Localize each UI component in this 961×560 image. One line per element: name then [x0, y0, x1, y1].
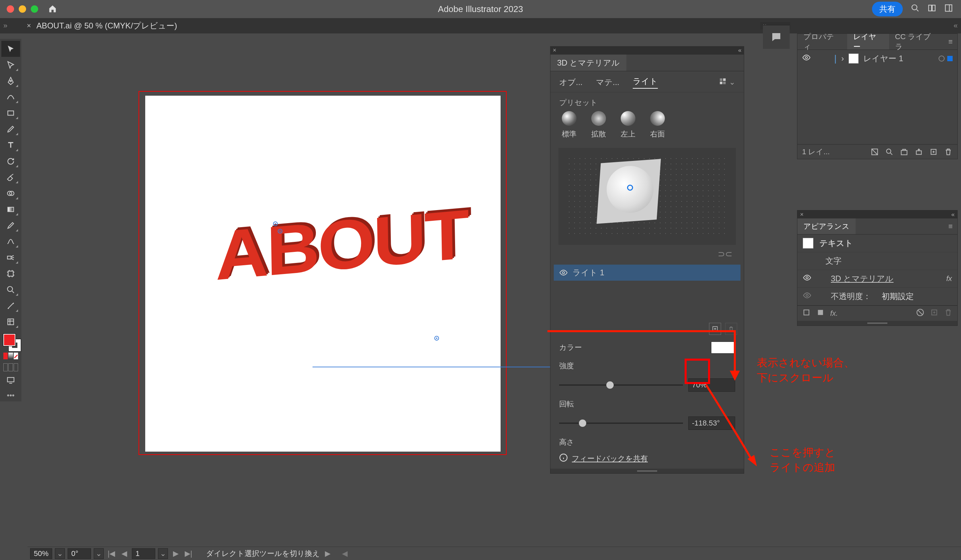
subtab-object[interactable]: オブ...	[559, 77, 583, 88]
color-mode-switcher[interactable]	[2, 353, 20, 361]
add-stroke-icon[interactable]	[802, 308, 811, 319]
curvature-tool[interactable]	[2, 89, 20, 105]
panel-resize-handle[interactable]	[797, 321, 957, 326]
slice-tool[interactable]	[2, 314, 20, 330]
panel-menu-icon[interactable]: ≡	[943, 222, 957, 231]
panel-close-icon[interactable]: ×	[800, 211, 804, 218]
add-fill-icon[interactable]	[816, 308, 825, 319]
collapse-right-icon[interactable]: «	[954, 21, 958, 30]
layer-name[interactable]: レイヤー 1	[863, 53, 903, 64]
home-icon[interactable]	[48, 3, 57, 16]
appearance-row-char[interactable]: 文字	[797, 252, 957, 270]
delete-layer-icon[interactable]	[944, 148, 953, 156]
edit-toolbar-button[interactable]: •••	[2, 389, 20, 401]
rotation-slider[interactable]	[559, 422, 683, 424]
comments-panel-icon[interactable]	[763, 25, 790, 49]
delete-item-icon[interactable]	[944, 308, 953, 319]
locate-object-icon[interactable]	[870, 148, 879, 156]
target-icon[interactable]	[939, 56, 945, 61]
screen-mode-button[interactable]	[2, 373, 20, 387]
visibility-eye-icon[interactable]	[803, 291, 812, 302]
rotate-view-input[interactable]: 0°	[67, 548, 91, 559]
share-button[interactable]: 共有	[872, 2, 903, 16]
preset-right[interactable]: 右面	[650, 111, 665, 139]
tab-layers[interactable]: レイヤー	[847, 34, 889, 50]
find-layer-icon[interactable]	[885, 148, 894, 156]
search-icon[interactable]	[911, 4, 919, 14]
artboard-tool[interactable]	[2, 266, 20, 282]
selection-indicator-icon[interactable]	[947, 56, 953, 61]
document-tab[interactable]: × ABOUT.ai @ 50 % (CMYK/プレビュー)	[27, 21, 177, 31]
subtab-material[interactable]: マテ...	[596, 77, 619, 88]
collect-for-export-icon[interactable]	[900, 148, 908, 156]
scrollbar-left-icon[interactable]: ◀	[342, 549, 348, 558]
window-minimize-button[interactable]	[19, 5, 26, 13]
panel-collapse-icon[interactable]: «	[951, 211, 955, 218]
visibility-eye-icon[interactable]	[559, 268, 568, 277]
first-artboard-icon[interactable]: |◀	[106, 548, 116, 559]
feedback-link[interactable]: フィードバックを共有	[572, 454, 648, 464]
eraser-tool[interactable]	[2, 169, 20, 185]
render-dropdown-icon[interactable]: ⌄	[729, 78, 735, 87]
pen-tool[interactable]	[2, 73, 20, 89]
paintbrush-tool[interactable]	[2, 121, 20, 137]
preset-diffuse[interactable]: 拡散	[591, 111, 606, 139]
tab-cc-libraries[interactable]: CC ライブラ	[889, 34, 943, 50]
close-tab-icon[interactable]: ×	[27, 21, 31, 30]
selection-tool[interactable]	[2, 41, 20, 57]
appearance-row-opacity[interactable]: 不透明度： 初期設定	[797, 288, 957, 305]
direct-selection-tool[interactable]	[2, 57, 20, 73]
zoom-level-input[interactable]: 50%	[30, 548, 52, 559]
layer-row[interactable]: | › レイヤー 1	[797, 50, 957, 67]
new-sublayer-icon[interactable]	[914, 148, 923, 156]
expand-caret-icon[interactable]: ›	[841, 54, 844, 63]
artboard[interactable]: ABOUT	[145, 96, 501, 452]
light-direction-stage[interactable]	[558, 148, 736, 245]
light-list-item[interactable]: ライト 1	[554, 265, 741, 281]
artboard-dropdown-icon[interactable]: ⌄	[158, 548, 168, 559]
shape-builder-tool[interactable]	[2, 185, 20, 201]
render-settings-icon[interactable]	[718, 77, 727, 88]
fill-swatch[interactable]	[3, 334, 15, 346]
prev-artboard-icon[interactable]: ◀	[119, 548, 129, 559]
preset-topleft[interactable]: 左上	[621, 111, 635, 139]
tab-appearance[interactable]: アピアランス	[797, 218, 856, 234]
tab-properties[interactable]: プロパティ	[797, 34, 847, 50]
tab-3d-material[interactable]: 3D とマテリアル	[550, 55, 627, 71]
zoom-tool[interactable]	[2, 282, 20, 298]
preset-standard[interactable]: 標準	[562, 111, 577, 139]
panel-close-icon[interactable]: ×	[553, 47, 556, 54]
add-effect-icon[interactable]: fx.	[830, 309, 838, 318]
type-tool[interactable]	[2, 137, 20, 153]
panel-control-bar[interactable]: ×«	[550, 46, 744, 54]
window-close-button[interactable]	[7, 5, 14, 13]
artboard-number-input[interactable]: 1	[132, 548, 155, 559]
subtab-light[interactable]: ライト	[633, 76, 658, 89]
visibility-eye-icon[interactable]	[802, 53, 811, 64]
appearance-row-object[interactable]: テキスト	[797, 234, 957, 252]
arrange-windows-icon[interactable]	[927, 4, 936, 14]
3d-text-object[interactable]: ABOUT	[214, 194, 468, 296]
new-layer-icon[interactable]	[929, 148, 938, 156]
last-artboard-icon[interactable]: ▶|	[183, 548, 193, 559]
light-position-handle[interactable]	[627, 185, 633, 191]
zoom-dropdown-icon[interactable]: ⌄	[55, 548, 65, 559]
blend-tool[interactable]	[2, 234, 20, 250]
rotate-tool[interactable]	[2, 153, 20, 169]
link-icon[interactable]: ⊃⊂	[718, 249, 733, 259]
eyedropper-tool[interactable]	[2, 217, 20, 234]
status-menu-icon[interactable]: ▶	[323, 548, 333, 559]
symbol-sprayer-tool[interactable]	[2, 250, 20, 266]
appearance-3d-label[interactable]: 3D とマテリアル	[831, 273, 894, 284]
draw-mode-switcher[interactable]	[2, 363, 20, 371]
clear-appearance-icon[interactable]	[916, 308, 924, 319]
appearance-row-3d[interactable]: 3D とマテリアル fx	[797, 270, 957, 288]
duplicate-item-icon[interactable]	[930, 308, 939, 319]
opacity-value[interactable]: 初期設定	[882, 291, 914, 302]
collapse-left-icon[interactable]: »	[3, 21, 7, 30]
rotate-dropdown-icon[interactable]: ⌄	[94, 548, 104, 559]
visibility-eye-icon[interactable]	[803, 273, 812, 284]
rectangle-tool[interactable]	[2, 105, 20, 121]
next-artboard-icon[interactable]: ▶	[170, 548, 181, 559]
panel-collapse-icon[interactable]: «	[738, 47, 741, 54]
